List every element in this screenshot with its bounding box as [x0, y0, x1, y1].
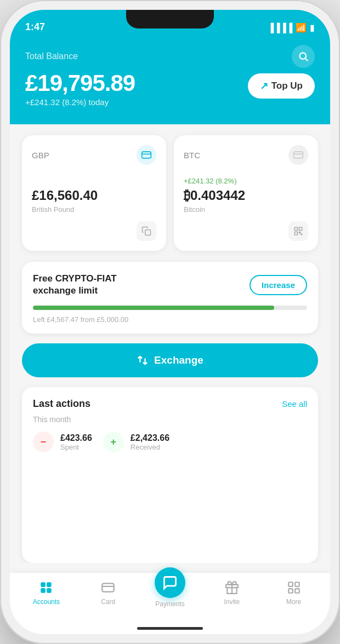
nav-invite[interactable]: Invite: [201, 579, 263, 606]
exchange-icon: [137, 354, 149, 366]
this-month-label: This month: [33, 415, 307, 424]
card-nav-label: Card: [101, 598, 115, 606]
account-card-gbp: GBP £16,560.40 British Pound: [22, 135, 166, 251]
svg-rect-2: [142, 152, 151, 158]
svg-rect-23: [295, 589, 299, 593]
payments-icon-circle: [155, 567, 185, 598]
svg-rect-4: [145, 230, 151, 235]
actions-row: − £423.66 Spent + £2,423.66 Received: [33, 432, 307, 452]
phone-frame: 1:47 ▐▐▐▐ 📶 ▮ Total Balance £19: [0, 0, 340, 644]
more-nav-label: More: [286, 598, 301, 606]
accounts-nav-label: Accounts: [33, 598, 60, 606]
top-up-label: Top Up: [271, 81, 303, 91]
exchange-limit-title: Free CRYPTO-FIATexchange limit: [33, 273, 117, 297]
signal-icon: ▐▐▐▐: [268, 23, 292, 33]
received-label: Received: [131, 443, 169, 451]
gbp-amount: £16,560.40: [32, 188, 156, 203]
status-icons: ▐▐▐▐ 📶 ▮: [268, 22, 315, 33]
exchange-button[interactable]: Exchange: [22, 343, 318, 377]
exchange-button-wrapper: Exchange: [10, 343, 330, 387]
balance-amount: £19,795.89: [25, 70, 135, 96]
progress-bar-fill: [33, 306, 274, 310]
battery-icon: ▮: [310, 22, 315, 33]
svg-rect-21: [295, 582, 299, 586]
gbp-copy-icon[interactable]: [137, 221, 156, 241]
svg-line-1: [305, 59, 308, 61]
search-button[interactable]: [292, 45, 315, 68]
spent-amount: £423.66: [60, 433, 92, 443]
search-icon: [298, 51, 309, 62]
gbp-currency: GBP: [32, 151, 49, 160]
exchange-limit-info: Left £4,567.47 from £5,000.00: [33, 315, 307, 324]
received-amount: £2,423.66: [131, 433, 169, 443]
btc-name: Bitcoin: [184, 205, 308, 214]
scroll-content: GBP £16,560.40 British Pound: [10, 124, 330, 573]
home-bar: [137, 627, 203, 630]
balance-change: +£241.32 (8.2%) today: [25, 97, 135, 107]
svg-point-0: [299, 53, 306, 59]
more-icon: [286, 579, 302, 596]
increase-button[interactable]: Increase: [250, 275, 307, 295]
accounts-icon: [38, 579, 54, 596]
svg-rect-12: [41, 582, 46, 587]
svg-rect-9: [294, 232, 297, 235]
svg-rect-11: [301, 234, 302, 235]
phone-screen: 1:47 ▐▐▐▐ 📶 ▮ Total Balance £19: [10, 10, 330, 634]
svg-rect-22: [288, 589, 293, 593]
action-spent: − £423.66 Spent: [33, 432, 92, 452]
btc-change: +£241.32 (8.2%): [184, 177, 308, 187]
invite-nav-label: Invite: [224, 598, 240, 606]
cards-section: GBP £16,560.40 British Pound: [10, 124, 330, 262]
svg-rect-16: [102, 583, 114, 591]
svg-rect-7: [294, 227, 297, 230]
notch: [126, 10, 214, 28]
last-actions-title: Last actions: [33, 398, 90, 410]
svg-rect-20: [288, 582, 293, 586]
invite-icon: [224, 579, 240, 596]
exchange-label: Exchange: [154, 354, 203, 366]
total-balance-label: Total Balance: [25, 51, 78, 61]
btc-currency: BTC: [184, 151, 200, 160]
hero-section: Total Balance £19,795.89 +£241.32 (8.2%)…: [10, 37, 330, 124]
see-all-button[interactable]: See all: [282, 399, 307, 409]
received-icon: +: [103, 432, 124, 452]
nav-more[interactable]: More: [263, 579, 325, 606]
gbp-card-icon: [137, 145, 156, 165]
status-time: 1:47: [25, 21, 45, 33]
svg-rect-15: [47, 588, 52, 593]
action-received: + £2,423.66 Received: [103, 432, 169, 452]
card-icon: [100, 579, 116, 596]
wifi-icon: 📶: [296, 22, 307, 33]
svg-rect-5: [294, 152, 303, 158]
account-card-btc: BTC +£241.32 (8.2%) ₿0.403442 Bitcoin: [174, 135, 318, 251]
bottom-nav: Accounts Card Payments: [10, 573, 330, 622]
svg-rect-14: [41, 588, 46, 593]
svg-rect-10: [299, 232, 301, 233]
gbp-name: British Pound: [32, 205, 156, 214]
nav-card[interactable]: Card: [77, 579, 139, 606]
top-up-button[interactable]: ↗ Top Up: [248, 73, 315, 99]
last-actions-section: Last actions See all This month − £423.6…: [22, 387, 318, 563]
exchange-limit-section: Free CRYPTO-FIATexchange limit Increase …: [22, 262, 318, 334]
svg-rect-8: [299, 227, 302, 230]
gbp-change: [32, 177, 156, 187]
payments-nav-label: Payments: [155, 600, 184, 608]
nav-accounts[interactable]: Accounts: [15, 579, 77, 606]
btc-qr-icon[interactable]: [288, 221, 308, 241]
btc-card-icon: [288, 145, 308, 165]
top-up-icon: ↗: [260, 80, 268, 92]
spent-label: Spent: [60, 443, 92, 451]
spent-icon: −: [33, 432, 54, 452]
nav-payments[interactable]: Payments: [139, 567, 201, 608]
svg-rect-13: [47, 582, 52, 587]
btc-amount: ₿0.403442: [184, 188, 308, 203]
home-indicator: [10, 622, 330, 634]
progress-bar-background: [33, 306, 307, 310]
